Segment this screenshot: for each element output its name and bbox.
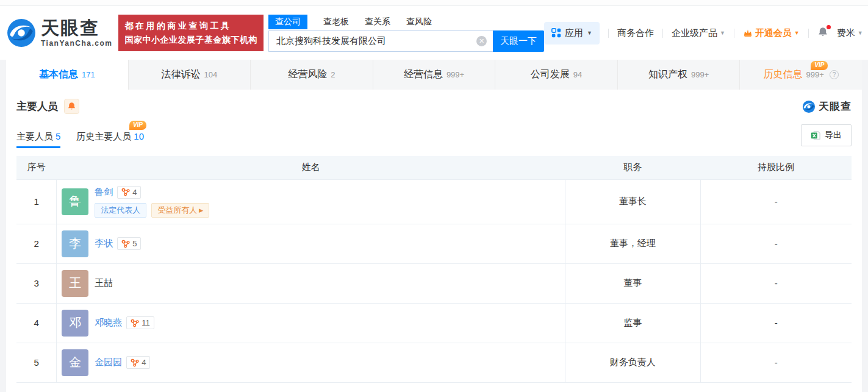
search-tab-risk[interactable]: 查风险 <box>406 16 432 27</box>
share-ratio-cell: - <box>700 263 852 303</box>
person-name-link[interactable]: 鲁剑 <box>95 187 113 198</box>
site-header: 天眼查 TianYanCha.com 都在用的商业查询工具 国家中小企业发展子基… <box>0 6 868 60</box>
tab-company-development[interactable]: 公司发展 94 <box>495 60 618 90</box>
search-box: 查公司 查老板 查关系 查风险 ✕ 天眼一下 <box>268 14 544 52</box>
share-ratio-cell: - <box>700 179 852 224</box>
chevron-down-icon: ▼ <box>794 30 800 36</box>
username: 费米 <box>837 27 855 39</box>
chevron-down-icon: ▼ <box>858 30 863 36</box>
tianyancha-logo-icon <box>6 18 37 48</box>
avatar: 李 <box>62 230 88 257</box>
brand-slogan-banner: 都在用的商业查询工具 国家中小企业发展子基金旗下机构 <box>118 15 264 51</box>
help-icon[interactable]: ? <box>830 70 839 79</box>
export-button[interactable]: 导出 <box>801 124 852 146</box>
personnel-table: 序号 姓名 职务 持股比例 1 鲁 鲁剑 <box>16 156 852 383</box>
row-index: 2 <box>16 224 57 263</box>
position-cell: 董事长 <box>565 179 700 224</box>
vip-badge: VIP <box>129 121 146 130</box>
section-title: 主要人员 <box>16 99 58 113</box>
search-tab-relation[interactable]: 查关系 <box>365 16 390 27</box>
tab-operating-info[interactable]: 经营信息 999+ <box>373 60 496 90</box>
chevron-down-icon: ▼ <box>587 30 592 36</box>
slogan-line1: 都在用的商业查询工具 <box>124 19 257 33</box>
brand-domain: TianYanCha.com <box>41 39 112 48</box>
tab-operating-risk[interactable]: 经营风险 2 <box>251 60 373 90</box>
company-tab-bar: 基本信息 171 法律诉讼 104 经营风险 2 经营信息 999+ 公司发展 … <box>6 60 862 90</box>
search-type-tabs: 查公司 查老板 查关系 查风险 <box>268 14 544 30</box>
table-row: 3 王 王喆 董事 - <box>16 263 852 303</box>
relation-graph-badge[interactable]: 5 <box>117 237 141 250</box>
person-name-link[interactable]: 邓晓燕 <box>95 317 122 329</box>
legal-representative-tag[interactable]: 法定代表人 <box>95 203 146 218</box>
row-index: 1 <box>16 179 57 224</box>
tianyancha-logo[interactable]: 天眼查 TianYanCha.com <box>6 18 112 48</box>
notifications-bell-icon[interactable] <box>817 27 828 40</box>
tab-basic-info[interactable]: 基本信息 171 <box>6 60 129 90</box>
divider <box>734 29 734 38</box>
tianyancha-watermark-icon <box>802 100 816 113</box>
search-tab-boss[interactable]: 查老板 <box>323 16 349 27</box>
avatar: 金 <box>62 349 88 376</box>
table-row: 2 李 李状 5 <box>16 224 852 263</box>
subtab-historical-personnel[interactable]: VIP 历史主要人员 10 <box>76 131 144 148</box>
table-row: 1 鲁 鲁剑 4 <box>16 179 852 224</box>
relation-graph-icon <box>121 188 130 196</box>
tab-intellectual-property[interactable]: 知识产权 999+ <box>618 60 741 90</box>
position-cell: 董事，经理 <box>565 224 700 263</box>
search-tab-company[interactable]: 查公司 <box>268 15 307 29</box>
tianyancha-watermark: 天眼查 <box>802 99 852 113</box>
tab-history-info[interactable]: VIP 历史信息 999+ ? <box>740 60 862 90</box>
avatar: 王 <box>62 270 88 297</box>
col-header-name: 姓名 <box>57 156 565 179</box>
subscribe-bell-icon[interactable] <box>64 99 79 114</box>
brand-name: 天眼查 <box>41 19 112 37</box>
share-ratio-cell: - <box>700 224 852 263</box>
apps-grid-icon <box>551 28 561 38</box>
table-header-row: 序号 姓名 职务 持股比例 <box>16 156 852 179</box>
enterprise-products-menu[interactable]: 企业级产品 ▼ <box>672 27 725 39</box>
notification-dot <box>827 25 831 29</box>
divider <box>662 29 663 38</box>
search-input[interactable] <box>268 30 493 52</box>
search-button[interactable]: 天眼一下 <box>493 30 544 52</box>
top-strip <box>0 0 868 6</box>
expand-arrow-icon: ▶ <box>199 207 203 213</box>
position-cell: 董事 <box>565 263 700 303</box>
business-cooperation-link[interactable]: 商务合作 <box>617 27 654 39</box>
relation-graph-icon <box>121 240 130 248</box>
share-ratio-cell: - <box>700 303 852 343</box>
vip-badge: VIP <box>811 61 828 70</box>
chevron-down-icon: ▼ <box>720 30 725 36</box>
subtab-key-personnel[interactable]: 主要人员 5 <box>16 131 60 148</box>
col-header-position: 职务 <box>565 156 700 179</box>
table-row: 5 金 金园园 4 <box>16 343 852 382</box>
col-header-index: 序号 <box>16 156 57 179</box>
table-row: 4 邓 邓晓燕 11 <box>16 303 852 343</box>
row-index: 3 <box>16 263 57 303</box>
excel-icon <box>811 130 820 140</box>
user-menu[interactable]: 费米 ▼ <box>837 27 863 39</box>
open-vip-menu[interactable]: 开通会员 ▼ <box>743 27 800 39</box>
relation-graph-icon <box>131 319 139 327</box>
beneficial-owner-tag[interactable]: 受益所有人 ▶ <box>151 203 209 218</box>
apps-menu[interactable]: 应用 ▼ <box>544 22 600 45</box>
divider <box>608 29 609 38</box>
apps-label: 应用 <box>565 27 583 39</box>
person-name: 王喆 <box>95 277 113 289</box>
person-name-link[interactable]: 金园园 <box>95 357 122 368</box>
clear-search-icon[interactable]: ✕ <box>476 36 487 46</box>
share-ratio-cell: - <box>700 343 852 382</box>
col-header-share-ratio: 持股比例 <box>700 156 852 179</box>
main-content: 主要人员 天眼查 主要人员 5 VIP 历史主要人员 <box>6 90 862 392</box>
relation-graph-icon <box>131 358 139 367</box>
person-name-link[interactable]: 李状 <box>95 238 113 249</box>
position-cell: 财务负责人 <box>565 343 700 382</box>
avatar: 鲁 <box>62 188 88 215</box>
relation-graph-badge[interactable]: 4 <box>117 186 141 199</box>
row-index: 5 <box>16 343 57 382</box>
relation-graph-badge[interactable]: 4 <box>126 356 150 369</box>
relation-graph-badge[interactable]: 11 <box>126 316 154 329</box>
position-cell: 监事 <box>565 303 700 343</box>
header-nav: 应用 ▼ 商务合作 企业级产品 ▼ 开通会员 ▼ 费米 ▼ <box>544 22 863 45</box>
tab-legal-proceedings[interactable]: 法律诉讼 104 <box>129 60 251 90</box>
